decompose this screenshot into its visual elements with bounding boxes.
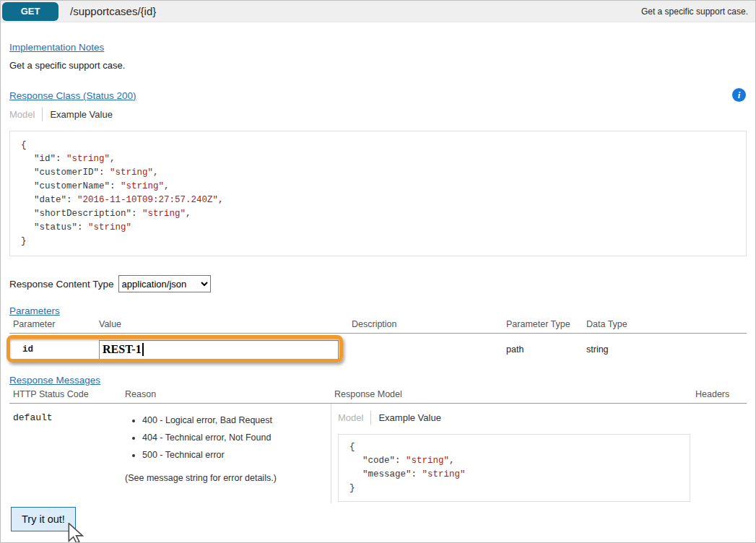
response-class-link[interactable]: Response Class (Status 200)	[9, 90, 136, 101]
code-line: "id": "string",	[21, 152, 746, 166]
reason-item: 400 - Logical error, Bad Request	[142, 415, 331, 426]
tab-example-value[interactable]: Example Value	[50, 109, 112, 120]
response-messages-link[interactable]: Response Messages	[9, 375, 100, 386]
code-entries: "id": "string", "customerID": "string", …	[21, 152, 746, 235]
code-line: "date": "2016-11-10T09:27:57.240Z",	[21, 194, 746, 207]
tab-divider	[42, 108, 43, 121]
operation-header[interactable]: GET /supportcases/{id} Get a specific su…	[1, 1, 755, 22]
tab-model[interactable]: Model	[338, 412, 363, 423]
code-close-brace: }	[21, 235, 746, 248]
mouse-cursor-icon	[68, 523, 85, 543]
tab-model[interactable]: Model	[9, 109, 35, 120]
tab-divider	[370, 411, 371, 425]
id-value-text: REST-1	[103, 343, 142, 356]
try-it-out-button[interactable]: Try it out!	[11, 507, 76, 531]
response-model-tabs: Model Example Value	[338, 411, 692, 425]
col-response-model: Response Model	[331, 389, 692, 399]
col-http-status-code: HTTP Status Code	[9, 389, 121, 399]
parameters-table: Parameter Value Description Parameter Ty…	[9, 319, 747, 365]
col-parameter: Parameter	[9, 319, 99, 329]
operation-body: Implementation Notes Get a specific supp…	[1, 22, 755, 531]
col-value: Value	[99, 319, 352, 329]
code-line: "code": "string",	[349, 454, 690, 468]
code-line: "message": "string"	[349, 468, 690, 482]
response-content-type-row: Response Content Type application/json	[9, 275, 747, 292]
col-description: Description	[352, 319, 506, 329]
endpoint-path: /supportcases/{id}	[70, 5, 156, 17]
error-example-code: { "code": "string", "message": "string" …	[338, 434, 690, 502]
implementation-notes-text: Get a specific support case.	[9, 60, 747, 71]
col-data-type: Data Type	[586, 319, 747, 329]
response-messages-table: HTTP Status Code Reason Response Model H…	[9, 389, 747, 503]
id-value-input[interactable]: REST-1	[99, 340, 339, 360]
operation-summary: Get a specific support case.	[641, 6, 748, 17]
swagger-operation-panel: GET /supportcases/{id} Get a specific su…	[0, 0, 756, 543]
response-example-code: { "id": "string", "customerID": "string"…	[9, 131, 747, 256]
response-model-cell: Model Example Value { "code": "string", …	[331, 404, 692, 503]
param-name: id	[9, 344, 99, 355]
reason-item: 404 - Technical error, Not Found	[142, 433, 331, 443]
reason-note: (See message string for error details.)	[125, 473, 331, 483]
param-data-type: string	[586, 344, 747, 355]
col-headers: Headers	[692, 389, 747, 399]
code-open-brace: {	[21, 139, 746, 152]
http-method-badge[interactable]: GET	[2, 2, 58, 21]
reason-list: 400 - Logical error, Bad Request 404 - T…	[125, 415, 331, 461]
implementation-notes-link[interactable]: Implementation Notes	[9, 42, 104, 53]
param-type: path	[506, 344, 586, 355]
text-caret	[142, 343, 144, 356]
code-close-brace: }	[349, 482, 690, 495]
code-line: "shortDescription": "string",	[21, 207, 746, 221]
code-open-brace: {	[349, 440, 690, 454]
status-code: default	[9, 404, 121, 423]
response-content-type-select[interactable]: application/json	[118, 275, 211, 292]
response-class-tabs: Model Example Value	[9, 108, 747, 121]
tab-example-value[interactable]: Example Value	[378, 412, 440, 423]
code-line: "customerID": "string",	[21, 166, 746, 180]
col-reason: Reason	[121, 389, 331, 399]
response-messages-header-row: HTTP Status Code Reason Response Model H…	[9, 389, 747, 404]
response-message-row: default 400 - Logical error, Bad Request…	[9, 404, 747, 503]
info-icon[interactable]: i	[732, 88, 746, 102]
code-entries: "code": "string", "message": "string"	[349, 454, 690, 482]
parameter-row-id: id REST-1 path string	[9, 334, 747, 365]
reason-cell: 400 - Logical error, Bad Request 404 - T…	[121, 404, 331, 483]
code-line: "status": "string"	[21, 221, 746, 235]
parameters-link[interactable]: Parameters	[9, 305, 60, 316]
code-line: "customerName": "string",	[21, 180, 746, 194]
col-parameter-type: Parameter Type	[506, 319, 586, 329]
response-content-type-label: Response Content Type	[9, 279, 114, 290]
parameters-header-row: Parameter Value Description Parameter Ty…	[9, 319, 747, 334]
reason-item: 500 - Technical error	[142, 450, 331, 461]
